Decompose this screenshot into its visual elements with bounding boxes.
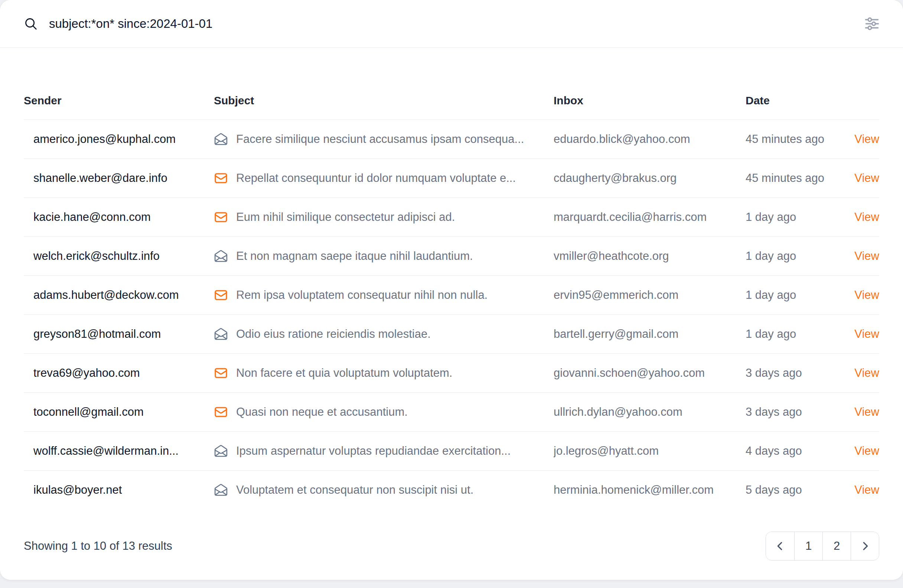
subject-cell: Repellat consequuntur id dolor numquam v…: [214, 159, 554, 198]
envelope-open-icon: [214, 483, 228, 497]
date-cell: 1 day ago: [746, 275, 831, 314]
next-page-button[interactable]: [851, 532, 879, 560]
filter-button[interactable]: [860, 12, 884, 36]
date-cell: 45 minutes ago: [746, 159, 831, 198]
subject-cell: Eum nihil similique consectetur adipisci…: [214, 198, 554, 236]
subject-cell: Quasi non neque et accusantium.: [214, 392, 554, 431]
envelope-closed-icon: [214, 366, 228, 380]
column-header-subject: Subject: [214, 48, 554, 119]
inbox-cell: vmiller@heathcote.org: [554, 236, 746, 275]
sliders-icon: [864, 16, 880, 32]
actions-cell: View: [831, 275, 879, 314]
footer: Showing 1 to 10 of 13 results 1 2: [0, 509, 903, 561]
date-cell: 1 day ago: [746, 198, 831, 236]
view-link[interactable]: View: [854, 171, 879, 184]
sender-cell: ikulas@boyer.net: [24, 470, 214, 509]
actions-cell: View: [831, 354, 879, 392]
email-row: ikulas@boyer.net Volup: [24, 470, 879, 509]
view-link[interactable]: View: [854, 250, 879, 263]
page-1-button[interactable]: 1: [794, 532, 823, 560]
table-header-row: Sender Subject Inbox Date: [24, 48, 879, 119]
envelope-closed-icon: [214, 288, 228, 302]
subject-cell: Odio eius ratione reiciendis molestiae.: [214, 314, 554, 354]
email-table: Sender Subject Inbox Date americo.jones@…: [24, 48, 879, 509]
inbox-card: Sender Subject Inbox Date americo.jones@…: [0, 0, 903, 580]
view-link[interactable]: View: [854, 288, 879, 302]
inbox-cell: bartell.gerry@gmail.com: [554, 314, 746, 354]
date-cell: 3 days ago: [746, 392, 831, 431]
email-row: wolff.cassie@wilderman.in...: [24, 431, 879, 470]
chevron-left-icon: [774, 541, 786, 552]
envelope-open-icon: [214, 132, 228, 146]
subject-cell: Non facere et quia voluptatum voluptatem…: [214, 354, 554, 392]
chevron-right-icon: [860, 541, 871, 552]
date-cell: 1 day ago: [746, 314, 831, 354]
actions-cell: View: [831, 159, 879, 198]
email-row: welch.erick@schultz.info: [24, 236, 879, 275]
envelope-closed-icon: [214, 210, 228, 224]
envelope-closed-icon: [214, 171, 228, 185]
sender-cell: shanelle.weber@dare.info: [24, 159, 214, 198]
actions-cell: View: [831, 470, 879, 509]
inbox-cell: jo.legros@hyatt.com: [554, 431, 746, 470]
subject-text: Quasi non neque et accusantium.: [236, 406, 408, 419]
inbox-cell: giovanni.schoen@yahoo.com: [554, 354, 746, 392]
envelope-open-icon: [214, 444, 228, 458]
email-row: greyson81@hotmail.com: [24, 314, 879, 354]
page-2-button[interactable]: 2: [823, 532, 851, 560]
view-link[interactable]: View: [854, 406, 879, 418]
date-cell: 45 minutes ago: [746, 119, 831, 159]
column-header-date: Date: [746, 48, 831, 119]
results-summary: Showing 1 to 10 of 13 results: [24, 539, 172, 553]
actions-cell: View: [831, 314, 879, 354]
view-link[interactable]: View: [854, 444, 879, 458]
actions-cell: View: [831, 431, 879, 470]
email-row: toconnell@gmail.com Qu: [24, 392, 879, 431]
sender-cell: treva69@yahoo.com: [24, 354, 214, 392]
email-table-body: americo.jones@kuphal.com: [24, 119, 879, 509]
subject-text: Voluptatem et consequatur non suscipit n…: [236, 483, 474, 497]
inbox-cell: eduardo.blick@yahoo.com: [554, 119, 746, 159]
sender-cell: adams.hubert@deckow.com: [24, 275, 214, 314]
pagination: 1 2: [766, 531, 879, 561]
view-link[interactable]: View: [854, 483, 879, 496]
email-row: shanelle.weber@dare.info: [24, 159, 879, 198]
view-link[interactable]: View: [854, 132, 879, 146]
subject-text: Ipsum aspernatur voluptas repudiandae ex…: [236, 444, 511, 458]
sender-cell: toconnell@gmail.com: [24, 392, 214, 431]
inbox-cell: ullrich.dylan@yahoo.com: [554, 392, 746, 431]
search-input[interactable]: [49, 17, 860, 31]
email-row: kacie.hane@conn.com Eu: [24, 198, 879, 236]
inbox-cell: marquardt.cecilia@harris.com: [554, 198, 746, 236]
subject-cell: Et non magnam saepe itaque nihil laudant…: [214, 236, 554, 275]
subject-cell: Facere similique nesciunt accusamus ipsa…: [214, 119, 554, 159]
view-link[interactable]: View: [854, 211, 879, 223]
actions-cell: View: [831, 198, 879, 236]
envelope-open-icon: [214, 327, 228, 341]
date-cell: 3 days ago: [746, 354, 831, 392]
column-header-inbox: Inbox: [554, 48, 746, 119]
sender-cell: americo.jones@kuphal.com: [24, 119, 214, 159]
sender-cell: kacie.hane@conn.com: [24, 198, 214, 236]
sender-cell: welch.erick@schultz.info: [24, 236, 214, 275]
actions-cell: View: [831, 236, 879, 275]
search-bar: [0, 0, 903, 48]
email-row: adams.hubert@deckow.com: [24, 275, 879, 314]
column-header-actions: [831, 48, 879, 119]
previous-page-button[interactable]: [766, 532, 794, 560]
subject-text: Non facere et quia voluptatum voluptatem…: [236, 366, 452, 380]
actions-cell: View: [831, 392, 879, 431]
email-row: treva69@yahoo.com Non: [24, 354, 879, 392]
subject-text: Repellat consequuntur id dolor numquam v…: [236, 171, 516, 185]
subject-cell: Voluptatem et consequatur non suscipit n…: [214, 470, 554, 509]
view-link[interactable]: View: [854, 327, 879, 340]
inbox-cell: herminia.homenick@miller.com: [554, 470, 746, 509]
date-cell: 5 days ago: [746, 470, 831, 509]
date-cell: 1 day ago: [746, 236, 831, 275]
subject-cell: Rem ipsa voluptatem consequatur nihil no…: [214, 275, 554, 314]
subject-cell: Ipsum aspernatur voluptas repudiandae ex…: [214, 431, 554, 470]
date-cell: 4 days ago: [746, 431, 831, 470]
view-link[interactable]: View: [854, 366, 879, 379]
subject-text: Eum nihil similique consectetur adipisci…: [236, 211, 455, 224]
sender-cell: wolff.cassie@wilderman.in...: [24, 431, 214, 470]
